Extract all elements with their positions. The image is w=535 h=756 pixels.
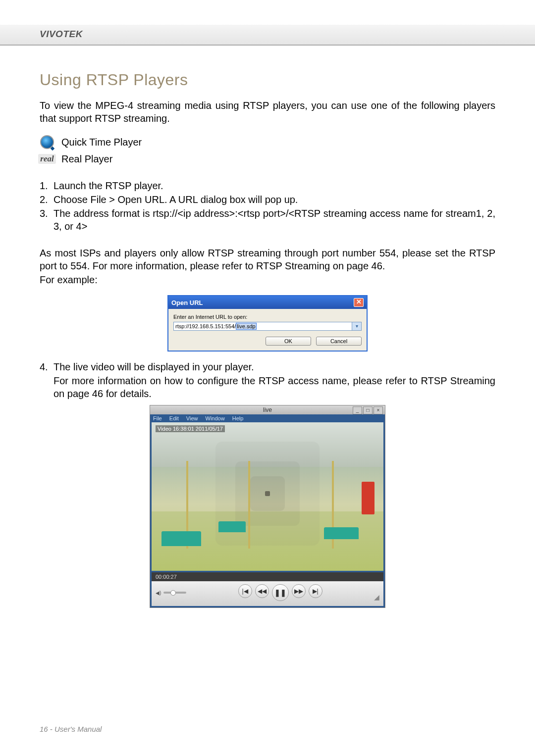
ok-button[interactable]: OK xyxy=(266,337,311,346)
open-url-body: Enter an Internet URL to open: rtsp://19… xyxy=(168,309,367,351)
video-timestamp-overlay: Video 16:38:01 2011/05/17 xyxy=(156,425,225,432)
player-list: Quick Time Player real Real Player xyxy=(40,135,495,166)
player-quicktime-row: Quick Time Player xyxy=(40,135,495,150)
player-quicktime-label: Quick Time Player xyxy=(61,137,142,148)
video-position: 00:00:27 xyxy=(150,572,385,581)
step-4-subtext: For more information on how to configure… xyxy=(40,374,495,400)
step-3-number: 3. xyxy=(40,207,54,233)
open-url-title-text: Open URL xyxy=(171,299,203,306)
open-url-dialog: Open URL ✕ Enter an Internet URL to open… xyxy=(167,295,368,352)
player-real-label: Real Player xyxy=(61,153,112,165)
header-brand: VIVOTEK xyxy=(40,29,83,40)
close-icon[interactable]: ✕ xyxy=(354,298,364,307)
step-1-text: Launch the RTSP player. xyxy=(54,179,495,192)
open-url-label: Enter an Internet URL to open: xyxy=(173,314,362,320)
step-2-text: Choose File > Open URL. A URL dialog box… xyxy=(54,193,495,206)
step-4: 4. The live video will be displayed in y… xyxy=(40,360,495,373)
step-1: 1. Launch the RTSP player. xyxy=(40,179,495,192)
open-url-input[interactable]: rtsp://192.168.5.151:554/live.sdp xyxy=(173,322,352,331)
realplayer-icon: real xyxy=(40,151,54,166)
menu-window[interactable]: Window xyxy=(206,415,225,421)
step-2-number: 2. xyxy=(40,193,54,206)
close-window-icon[interactable]: × xyxy=(374,406,383,414)
steps-list-2: 4. The live video will be displayed in y… xyxy=(40,360,495,400)
open-url-value-prefix: rtsp://192.168.5.151:554/ xyxy=(175,323,236,329)
step-4-text: The live video will be displayed in your… xyxy=(54,360,495,373)
volume-control[interactable]: ◀) xyxy=(156,590,186,596)
step-4-number: 4. xyxy=(40,360,54,373)
footer-text: 16 - User's Manual xyxy=(40,725,102,733)
volume-slider[interactable] xyxy=(163,592,186,594)
step-3: 3. The address format is rtsp://<ip addr… xyxy=(40,207,495,233)
page: VIVOTEK Using RTSP Players To view the M… xyxy=(0,0,535,756)
step-3-text: The address format is rtsp://<ip address… xyxy=(54,207,495,233)
isp-note: As most ISPs and players only allow RTSP… xyxy=(40,247,495,272)
content: Using RTSP Players To view the MPEG-4 st… xyxy=(40,57,495,608)
player-titlebar: live _ □ × xyxy=(150,405,385,414)
menu-help[interactable]: Help xyxy=(232,415,244,421)
speaker-icon: ◀) xyxy=(156,590,161,596)
player-menubar: File Edit View Window Help xyxy=(150,414,385,422)
player-real-row: real Real Player xyxy=(40,151,495,166)
player-controlbar: ◀) |◀ ◀◀ ❚❚ ▶▶ ▶| ◢ xyxy=(150,581,385,607)
pause-button[interactable]: ❚❚ xyxy=(272,584,289,601)
menu-view[interactable]: View xyxy=(186,415,198,421)
cancel-button[interactable]: Cancel xyxy=(316,337,362,346)
step-1-number: 1. xyxy=(40,179,54,192)
video-area: Video 16:38:01 2011/05/17 xyxy=(150,422,385,572)
chevron-down-icon[interactable]: ▾ xyxy=(352,322,362,331)
open-url-value-selected: live.sdp xyxy=(236,323,256,330)
quicktime-player-window: live _ □ × File Edit View Window Help xyxy=(150,405,385,608)
maximize-icon[interactable]: □ xyxy=(363,406,373,414)
steps-list: 1. Launch the RTSP player. 2. Choose Fil… xyxy=(40,179,495,233)
rewind-step-button[interactable]: |◀ xyxy=(238,584,252,598)
open-url-titlebar: Open URL ✕ xyxy=(168,296,367,309)
rewind-button[interactable]: ◀◀ xyxy=(255,584,269,598)
resize-grip-icon[interactable]: ◢ xyxy=(374,593,379,601)
minimize-icon[interactable]: _ xyxy=(353,406,362,414)
menu-edit[interactable]: Edit xyxy=(169,415,179,421)
menu-file[interactable]: File xyxy=(153,415,162,421)
forward-step-button[interactable]: ▶| xyxy=(309,584,322,598)
intro-text: To view the MPEG-4 streaming media using… xyxy=(40,99,495,125)
player-title-text: live xyxy=(263,406,272,413)
for-example-label: For example: xyxy=(40,273,495,286)
section-heading: Using RTSP Players xyxy=(40,71,495,89)
transport-controls: |◀ ◀◀ ❚❚ ▶▶ ▶| xyxy=(190,584,370,601)
fastforward-button[interactable]: ▶▶ xyxy=(292,584,306,598)
quicktime-icon xyxy=(40,135,54,150)
step-2: 2. Choose File > Open URL. A URL dialog … xyxy=(40,193,495,206)
